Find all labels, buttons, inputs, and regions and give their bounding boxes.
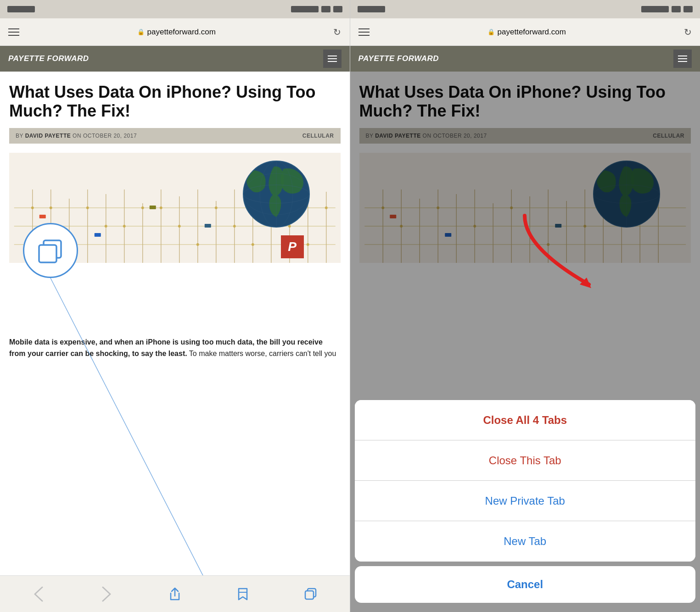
svg-point-24 <box>160 206 162 209</box>
reload-icon-left[interactable]: ↻ <box>333 27 341 38</box>
reload-icon-right[interactable]: ↻ <box>684 27 692 38</box>
svg-point-28 <box>307 243 309 246</box>
svg-point-34 <box>252 243 254 246</box>
status-time-right <box>358 6 385 12</box>
site-menu-btn-right[interactable] <box>673 50 692 68</box>
article-title-left: What Uses Data On iPhone? Using Too Much… <box>9 83 341 121</box>
close-all-tabs-label: Close All 4 Tabs <box>483 414 567 427</box>
address-bar-right: 🔒 payetteforward.com ↻ <box>350 18 700 46</box>
cancel-label: Cancel <box>507 578 543 591</box>
new-private-tab-label: New Private Tab <box>485 495 565 507</box>
share-btn[interactable] <box>163 583 186 606</box>
new-tab-label: New Tab <box>504 535 546 548</box>
article-meta-category-left: CELLULAR <box>302 133 334 139</box>
site-header-left: PAYETTE FORWARD <box>0 46 350 72</box>
svg-rect-56 <box>305 591 314 599</box>
bottom-toolbar-left <box>0 575 350 612</box>
status-signal-right <box>641 6 669 12</box>
status-wifi-right <box>672 6 681 12</box>
tab-icon-circle <box>23 223 78 278</box>
svg-point-22 <box>86 206 89 209</box>
svg-line-52 <box>50 278 243 575</box>
svg-rect-51 <box>39 245 56 262</box>
svg-point-20 <box>31 206 34 209</box>
connector-line-svg <box>0 72 350 575</box>
status-bar-right <box>350 0 700 18</box>
tabs-btn[interactable] <box>299 583 322 606</box>
status-battery <box>333 6 342 12</box>
status-wifi <box>321 6 330 12</box>
svg-rect-37 <box>39 215 46 218</box>
svg-point-31 <box>141 206 144 209</box>
new-tab-item[interactable]: New Tab <box>355 521 696 562</box>
site-header-right: PAYETTE FORWARD <box>350 46 700 72</box>
address-bar-left: 🔒 payetteforward.com ↻ <box>0 18 350 46</box>
action-sheet: Close All 4 Tabs Close This Tab New Priv… <box>355 400 696 562</box>
svg-point-21 <box>50 206 52 209</box>
article-meta-left: BY DAVID PAYETTE ON OCTOBER 20, 2017 CEL… <box>9 128 341 144</box>
svg-point-25 <box>196 243 199 246</box>
svg-point-26 <box>233 225 236 228</box>
site-title-left: PAYETTE FORWARD <box>8 54 89 63</box>
address-center-right: 🔒 payetteforward.com <box>487 28 566 37</box>
status-bar-left <box>0 0 350 18</box>
url-right[interactable]: payetteforward.com <box>498 28 566 37</box>
address-center-left: 🔒 payetteforward.com <box>137 28 216 37</box>
svg-rect-40 <box>205 224 211 228</box>
hamburger-icon-left[interactable] <box>8 28 19 36</box>
close-all-tabs-item[interactable]: Close All 4 Tabs <box>355 400 696 440</box>
lock-icon-right: 🔒 <box>487 28 495 35</box>
bookmarks-btn[interactable] <box>231 583 254 606</box>
tab-squares-icon <box>37 238 64 263</box>
svg-rect-39 <box>150 206 156 209</box>
article-body-left: Mobile data is expensive, and when an iP… <box>9 336 341 360</box>
close-this-tab-item[interactable]: Close This Tab <box>355 440 696 481</box>
forward-btn[interactable] <box>95 583 118 606</box>
article-content-left: What Uses Data On iPhone? Using Too Much… <box>0 72 350 575</box>
globe-image-left <box>240 157 313 233</box>
svg-point-30 <box>105 225 107 228</box>
article-meta-text-left: BY DAVID PAYETTE ON OCTOBER 20, 2017 <box>16 133 137 139</box>
new-private-tab-item[interactable]: New Private Tab <box>355 481 696 521</box>
action-sheet-container: Close All 4 Tabs Close This Tab New Priv… <box>350 400 700 612</box>
status-signal <box>291 6 319 12</box>
right-panel: 🔒 payetteforward.com ↻ PAYETTE FORWARD W… <box>350 0 700 612</box>
status-battery-right <box>683 6 693 12</box>
svg-point-33 <box>215 206 218 209</box>
back-btn[interactable] <box>27 583 50 606</box>
url-left[interactable]: payetteforward.com <box>147 28 216 37</box>
svg-point-32 <box>178 225 181 228</box>
svg-point-23 <box>123 225 126 228</box>
lock-icon-left: 🔒 <box>137 28 145 35</box>
left-panel: 🔒 payetteforward.com ↻ PAYETTE FORWARD W… <box>0 0 350 612</box>
site-menu-btn-left[interactable] <box>323 50 342 68</box>
site-title-right: PAYETTE FORWARD <box>358 54 439 63</box>
svg-rect-38 <box>95 233 101 237</box>
cancel-btn[interactable]: Cancel <box>355 566 696 603</box>
status-time <box>7 6 35 12</box>
hamburger-icon-right[interactable] <box>358 28 370 36</box>
p-logo-left: P <box>281 235 304 258</box>
close-this-tab-label: Close This Tab <box>489 454 561 467</box>
svg-point-36 <box>325 206 328 209</box>
